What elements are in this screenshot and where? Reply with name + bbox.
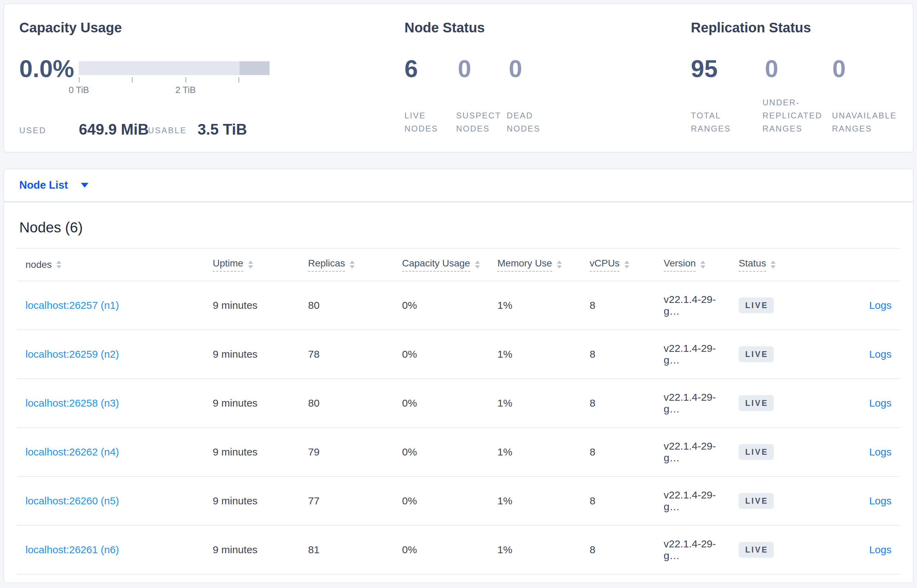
capacity-cell: 0% (395, 299, 491, 311)
node-list-dropdown-label: Node List (19, 179, 68, 191)
column-header-label: vCPUs (590, 258, 620, 271)
capacity-usage-title: Capacity Usage (19, 20, 122, 35)
sort-icon (701, 261, 705, 268)
total-ranges-label: TOTAL RANGES (691, 109, 746, 135)
table-row: localhost:26257 (n1) 9 minutes 80 0% 1% … (17, 281, 900, 330)
uptime-cell: 9 minutes (206, 348, 301, 360)
replicas-cell: 78 (301, 348, 395, 360)
nodes-table-card: Nodes (6) nodes Uptime Replicas Capacity… (3, 202, 914, 583)
vcpus-cell: 8 (583, 397, 657, 409)
version-cell: v22.1.4-29-g… (657, 538, 732, 562)
column-header-status[interactable]: Status (732, 258, 818, 271)
axis-tick (239, 77, 239, 82)
axis-tick-label: 0 TiB (63, 85, 94, 95)
column-header-capacity-usage[interactable]: Capacity Usage (395, 258, 491, 271)
version-cell: v22.1.4-29-g… (657, 440, 732, 464)
capacity-cell: 0% (395, 348, 491, 360)
capacity-usable-label: USABLE (148, 126, 187, 135)
column-header-replicas[interactable]: Replicas (301, 258, 395, 271)
logs-link[interactable]: Logs (869, 446, 891, 457)
axis-tick (186, 77, 186, 82)
view-selector-bar: Node List (3, 169, 914, 202)
replicas-cell: 77 (301, 495, 395, 507)
uptime-cell: 9 minutes (206, 544, 301, 556)
logs-link[interactable]: Logs (869, 348, 891, 360)
column-header-uptime[interactable]: Uptime (206, 258, 301, 271)
chevron-down-icon (81, 183, 89, 187)
column-header-version[interactable]: Version (657, 258, 732, 271)
sort-icon (557, 261, 562, 268)
sort-icon (350, 261, 355, 268)
sort-icon (625, 261, 629, 268)
axis-tick (132, 77, 132, 82)
status-badge: LIVE (739, 395, 774, 411)
axis-tick (79, 77, 79, 82)
logs-link[interactable]: Logs (869, 544, 891, 555)
nodes-table: nodes Uptime Replicas Capacity Usage Mem… (17, 248, 900, 575)
vcpus-cell: 8 (583, 446, 657, 458)
version-cell: v22.1.4-29-g… (657, 391, 732, 415)
table-row: localhost:26260 (n5) 9 minutes 77 0% 1% … (17, 477, 900, 526)
sort-icon (57, 261, 61, 268)
column-header-label: Replicas (308, 258, 345, 271)
capacity-usable-value: 3.5 TiB (198, 121, 247, 138)
live-nodes-label: LIVE NODES (404, 109, 453, 135)
memory-cell: 1% (491, 299, 583, 311)
memory-cell: 1% (491, 544, 583, 556)
capacity-bar-nonusable-segment (240, 61, 270, 75)
total-ranges-count: 95 (691, 57, 718, 81)
version-cell: v22.1.4-29-g… (657, 294, 732, 317)
replication-status-title: Replication Status (691, 20, 811, 35)
replicas-cell: 81 (301, 544, 395, 556)
nodes-table-title: Nodes (6) (19, 220, 82, 236)
uptime-cell: 9 minutes (206, 446, 301, 458)
column-header-vcpus[interactable]: vCPUs (583, 258, 657, 271)
sort-icon (771, 261, 775, 268)
live-nodes-count: 6 (404, 57, 418, 81)
capacity-cell: 0% (395, 544, 491, 556)
vcpus-cell: 8 (583, 495, 657, 507)
sort-icon (248, 261, 253, 268)
column-header-nodes[interactable]: nodes (17, 259, 206, 270)
version-cell: v22.1.4-29-g… (657, 342, 732, 366)
node-link[interactable]: localhost:26261 (n6) (26, 544, 119, 555)
node-link[interactable]: localhost:26258 (n3) (26, 397, 119, 409)
node-link[interactable]: localhost:26259 (n2) (26, 348, 119, 360)
dead-nodes-label: DEAD NODES (507, 109, 558, 135)
capacity-used-label: USED (19, 126, 47, 135)
dead-nodes-count: 0 (509, 57, 522, 81)
replicas-cell: 79 (301, 446, 395, 458)
table-row: localhost:26258 (n3) 9 minutes 80 0% 1% … (17, 379, 900, 428)
memory-cell: 1% (491, 446, 583, 458)
uptime-cell: 9 minutes (206, 495, 301, 507)
memory-cell: 1% (491, 348, 583, 360)
column-header-label: Status (739, 258, 766, 271)
replicas-cell: 80 (301, 299, 395, 311)
table-row: localhost:26262 (n4) 9 minutes 79 0% 1% … (17, 428, 900, 477)
memory-cell: 1% (491, 397, 583, 409)
column-header-memory-use[interactable]: Memory Use (491, 258, 583, 271)
capacity-used-percent: 0.0% (19, 57, 74, 81)
version-cell: v22.1.4-29-g… (657, 489, 732, 513)
node-link[interactable]: localhost:26260 (n5) (26, 495, 119, 506)
logs-link[interactable]: Logs (869, 299, 891, 311)
node-link[interactable]: localhost:26262 (n4) (26, 446, 119, 457)
unavailable-ranges-count: 0 (832, 57, 846, 81)
node-list-dropdown[interactable]: Node List (19, 179, 89, 191)
vcpus-cell: 8 (583, 348, 657, 360)
table-header-row: nodes Uptime Replicas Capacity Usage Mem… (17, 248, 900, 281)
logs-link[interactable]: Logs (869, 397, 891, 409)
column-header-label: nodes (26, 259, 52, 270)
logs-link[interactable]: Logs (869, 495, 891, 506)
uptime-cell: 9 minutes (206, 397, 301, 409)
column-header-label: Version (664, 258, 696, 271)
suspect-nodes-label: SUSPECT NODES (456, 109, 511, 135)
status-badge: LIVE (739, 444, 774, 460)
vcpus-cell: 8 (583, 544, 657, 556)
node-link[interactable]: localhost:26257 (n1) (26, 299, 119, 311)
column-header-label: Capacity Usage (402, 258, 470, 271)
under-replicated-ranges-label: UNDER-REPLICATED RANGES (762, 96, 835, 135)
cluster-summary-card: Capacity Usage 0.0% 0 TiB 2 TiB USED 649… (3, 3, 914, 152)
capacity-used-value: 649.9 MiB (79, 121, 149, 138)
capacity-cell: 0% (395, 495, 491, 507)
